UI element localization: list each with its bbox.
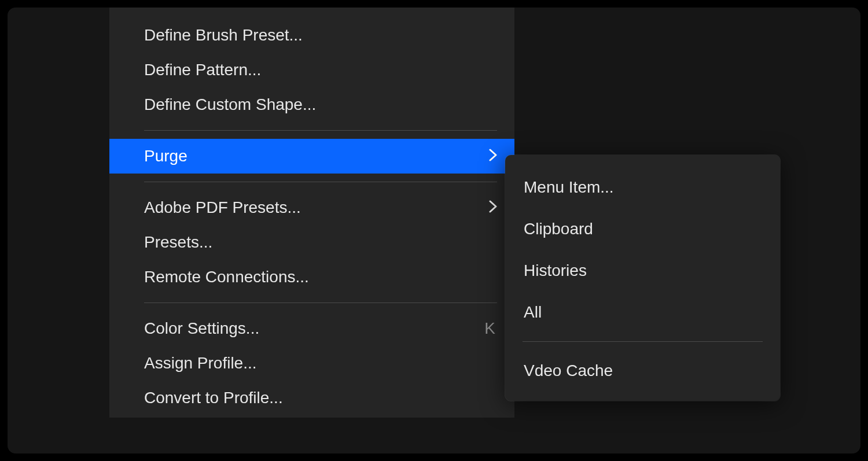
menu-shortcut: K (484, 319, 497, 338)
menu-item-define-custom-shape[interactable]: Define Custom Shape... (109, 87, 514, 122)
menu-separator (144, 182, 497, 182)
menu-item-label: Vdeo Cache (524, 362, 613, 380)
app-background: Define Brush Preset... Define Pattern...… (8, 8, 860, 453)
menu-item-convert-to-profile[interactable]: Convert to Profile... (109, 381, 514, 415)
menu-item-label: Adobe PDF Presets... (144, 198, 301, 217)
menu-item-presets[interactable]: Presets... (109, 225, 514, 260)
menu-item-define-brush-preset[interactable]: Define Brush Preset... (109, 18, 514, 53)
edit-menu-dropdown: Define Brush Preset... Define Pattern...… (109, 8, 514, 418)
menu-separator (523, 341, 763, 342)
purge-submenu: Menu Item... Clipboard Histories All Vde… (505, 155, 780, 401)
submenu-item-clipboard[interactable]: Clipboard (505, 208, 780, 250)
menu-item-label: Presets... (144, 233, 212, 252)
menu-item-color-settings[interactable]: Color Settings... K (109, 311, 514, 346)
menu-item-purge[interactable]: Purge (109, 139, 514, 174)
menu-item-label: Convert to Profile... (144, 389, 283, 407)
submenu-item-all[interactable]: All (505, 292, 780, 333)
menu-item-label: Clipboard (524, 220, 593, 238)
menu-item-label: Define Pattern... (144, 61, 261, 79)
menu-item-label: Menu Item... (524, 178, 614, 197)
menu-item-label: Remote Connections... (144, 268, 309, 286)
submenu-item-menu-item[interactable]: Menu Item... (505, 167, 780, 208)
chevron-right-icon (489, 199, 497, 217)
menu-item-adobe-pdf-presets[interactable]: Adobe PDF Presets... (109, 190, 514, 225)
menu-separator (144, 303, 497, 303)
chevron-right-icon (489, 147, 497, 165)
menu-item-remote-connections[interactable]: Remote Connections... (109, 260, 514, 294)
submenu-item-video-cache[interactable]: Vdeo Cache (505, 350, 780, 392)
submenu-item-histories[interactable]: Histories (505, 250, 780, 292)
menu-item-label: Define Brush Preset... (144, 26, 303, 45)
menu-separator (144, 130, 497, 131)
menu-item-label: Purge (144, 147, 187, 165)
menu-item-label: Histories (524, 261, 587, 280)
menu-item-label: Assign Profile... (144, 354, 257, 373)
menu-item-assign-profile[interactable]: Assign Profile... (109, 346, 514, 381)
menu-item-label: Define Custom Shape... (144, 95, 316, 114)
menu-item-label: Color Settings... (144, 319, 259, 338)
menu-item-label: All (524, 303, 542, 322)
menu-item-define-pattern[interactable]: Define Pattern... (109, 53, 514, 87)
